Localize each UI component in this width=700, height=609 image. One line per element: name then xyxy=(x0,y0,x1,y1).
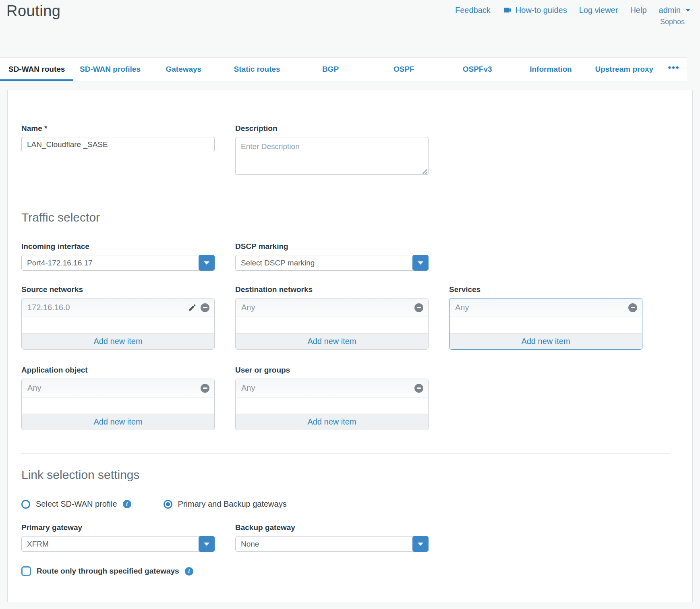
list-empty-area xyxy=(236,398,428,414)
dropdown-button[interactable] xyxy=(412,536,429,552)
dscp-marking-group: DSCP marking Select DSCP marking xyxy=(235,242,429,271)
add-new-item-button[interactable]: Add new item xyxy=(22,414,214,430)
add-new-item-button[interactable]: Add new item xyxy=(449,333,642,349)
list-item-value: Any xyxy=(241,383,255,393)
primary-backup-radio[interactable] xyxy=(164,500,172,509)
incoming-interface-group: Incoming interface Port4-172.16.16.17 xyxy=(21,242,215,271)
header-links: Feedback How-to guides Log viewer Help a… xyxy=(455,5,690,15)
feedback-label: Feedback xyxy=(455,6,491,15)
primary-gateway-label: Primary gateway xyxy=(21,523,215,532)
backup-gateway-select[interactable]: None xyxy=(235,536,429,552)
networks-row: Source networks 172.16.16.0 Add new item… xyxy=(21,285,679,350)
tab-sdwan-routes[interactable]: SD-WAN routes xyxy=(0,58,73,81)
tab-bgp[interactable]: BGP xyxy=(294,58,367,81)
backup-gateway-label: Backup gateway xyxy=(235,523,429,532)
tab-ospf[interactable]: OSPF xyxy=(367,58,441,81)
list-item-value: Any xyxy=(455,303,469,312)
user-or-groups-box: Any Add new item xyxy=(235,379,429,430)
page-title: Routing xyxy=(6,2,60,20)
route-only-row: Route only through specified gateways i xyxy=(21,566,679,576)
add-new-item-button[interactable]: Add new item xyxy=(22,333,214,349)
chevron-down-icon xyxy=(686,9,690,12)
source-networks-group: Source networks 172.16.16.0 Add new item xyxy=(21,285,215,350)
services-group: Services Any Add new item xyxy=(449,285,642,350)
sdwan-profile-radio[interactable] xyxy=(21,500,30,509)
help-label: Help xyxy=(630,6,646,15)
chevron-down-icon xyxy=(418,261,423,265)
log-viewer-label: Log viewer xyxy=(579,6,618,15)
dropdown-button[interactable] xyxy=(199,255,215,271)
list-empty-area xyxy=(449,317,642,333)
content-card: Name * Description Traffic selector Inco… xyxy=(7,90,693,602)
remove-icon[interactable] xyxy=(628,303,637,312)
services-label: Services xyxy=(449,285,642,294)
application-object-group: Application object Any Add new item xyxy=(21,366,215,430)
name-input[interactable] xyxy=(21,137,215,152)
list-item: Any xyxy=(449,298,642,317)
destination-networks-group: Destination networks Any Add new item xyxy=(235,285,429,350)
edit-pencil-icon[interactable] xyxy=(188,303,197,312)
remove-icon[interactable] xyxy=(201,303,209,312)
dscp-marking-select[interactable]: Select DSCP marking xyxy=(235,255,429,271)
route-only-checkbox[interactable] xyxy=(21,566,31,576)
primary-gateway-select[interactable]: XFRM xyxy=(21,536,215,552)
video-camera-icon xyxy=(503,5,512,15)
remove-icon[interactable] xyxy=(414,384,423,393)
dscp-marking-label: DSCP marking xyxy=(235,242,429,251)
dropdown-button[interactable] xyxy=(199,536,215,552)
tab-information[interactable]: Information xyxy=(514,58,587,81)
section-divider xyxy=(21,196,670,196)
primary-gateway-value: XFRM xyxy=(22,540,49,549)
chevron-down-icon xyxy=(204,261,209,265)
dropdown-button[interactable] xyxy=(412,255,429,271)
link-mode-radio-row: Select SD-WAN profile i Primary and Back… xyxy=(21,499,679,509)
tab-ospfv3[interactable]: OSPFv3 xyxy=(441,58,514,81)
primary-backup-radio-label: Primary and Backup gateways xyxy=(178,499,287,509)
tab-gateways[interactable]: Gateways xyxy=(147,58,220,81)
log-viewer-link[interactable]: Log viewer xyxy=(579,6,618,15)
tab-sdwan-profiles[interactable]: SD-WAN profiles xyxy=(73,58,147,81)
info-icon[interactable]: i xyxy=(185,567,193,576)
tab-bar: SD-WAN routes SD-WAN profiles Gateways S… xyxy=(0,57,687,81)
user-label: admin xyxy=(659,6,681,15)
list-item: Any xyxy=(236,379,428,398)
howto-guides-link[interactable]: How-to guides xyxy=(503,5,567,15)
incoming-interface-select[interactable]: Port4-172.16.16.17 xyxy=(21,255,215,271)
destination-networks-label: Destination networks xyxy=(235,285,429,294)
list-empty-area xyxy=(236,317,428,333)
services-box: Any Add new item xyxy=(449,298,642,350)
application-object-box: Any Add new item xyxy=(21,379,215,430)
dscp-marking-value: Select DSCP marking xyxy=(236,259,315,267)
add-new-item-button[interactable]: Add new item xyxy=(236,414,428,430)
remove-icon[interactable] xyxy=(414,303,423,312)
description-label: Description xyxy=(235,124,429,133)
info-icon[interactable]: i xyxy=(123,500,131,508)
application-object-label: Application object xyxy=(21,366,215,375)
add-new-item-button[interactable]: Add new item xyxy=(236,333,428,349)
list-item-value: Any xyxy=(27,383,41,393)
source-networks-label: Source networks xyxy=(21,285,215,294)
help-link[interactable]: Help xyxy=(630,6,646,15)
tab-upstream-proxy[interactable]: Upstream proxy xyxy=(588,58,661,81)
remove-icon[interactable] xyxy=(201,384,209,393)
name-label: Name * xyxy=(21,124,215,133)
source-networks-box: 172.16.16.0 Add new item xyxy=(21,298,215,350)
list-item: Any xyxy=(236,298,428,317)
chevron-down-icon xyxy=(204,543,209,546)
list-empty-area xyxy=(22,398,214,414)
user-menu[interactable]: admin xyxy=(659,6,690,15)
primary-gateway-group: Primary gateway XFRM xyxy=(21,523,215,552)
list-item-value: 172.16.16.0 xyxy=(27,303,70,312)
gateways-row: Primary gateway XFRM Backup gateway None xyxy=(21,523,679,552)
tab-more-icon[interactable]: ••• xyxy=(661,58,687,81)
howto-guides-label: How-to guides xyxy=(516,6,567,15)
list-empty-area xyxy=(22,317,214,333)
list-item-value: Any xyxy=(241,303,255,312)
list-item: Any xyxy=(22,379,214,398)
tab-static-routes[interactable]: Static routes xyxy=(220,58,294,81)
backup-gateway-group: Backup gateway None xyxy=(235,523,429,552)
section-divider xyxy=(21,453,670,454)
description-textarea[interactable] xyxy=(235,137,429,175)
feedback-link[interactable]: Feedback xyxy=(455,6,491,15)
user-or-groups-label: User or groups xyxy=(235,366,429,375)
